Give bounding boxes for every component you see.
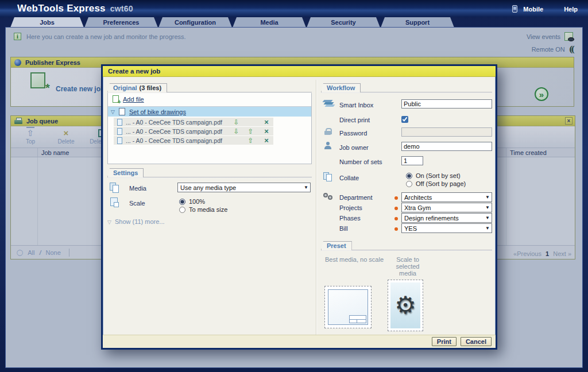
file-name: ... - A0 - CeeCee TDS campaign.pdf xyxy=(126,119,227,126)
remove-file-icon[interactable]: × xyxy=(264,118,269,126)
lock-icon xyxy=(324,128,331,135)
top-button[interactable]: ⇧ Top xyxy=(17,128,44,148)
scale-100-radio[interactable]: 100% xyxy=(179,198,205,205)
remote-on-icon: (( xyxy=(569,45,573,54)
required-dot-icon xyxy=(394,207,398,210)
move-down-icon[interactable]: ⇩ xyxy=(233,127,239,135)
bill-label: Bill xyxy=(339,225,348,232)
preset-scale-to-media-thumbnail[interactable]: ⚙ xyxy=(388,280,423,331)
previous-page-link[interactable]: «Previous xyxy=(513,250,541,257)
phases-label: Phases xyxy=(339,215,361,222)
delete-icon: × xyxy=(52,128,80,138)
column-time-created[interactable]: Time created xyxy=(506,148,547,157)
tab-security[interactable]: Security xyxy=(307,17,380,28)
media-icon xyxy=(110,183,119,193)
create-new-job-link[interactable]: Create new job xyxy=(56,85,105,93)
section-tab-preset: Preset xyxy=(321,241,352,250)
file-icon xyxy=(117,137,122,144)
current-page: 1 xyxy=(546,250,549,257)
close-icon[interactable]: × xyxy=(565,117,572,125)
required-dot-icon xyxy=(394,227,398,231)
scale-100-label: 100% xyxy=(189,198,205,205)
phases-select[interactable]: Design refinements ▼ xyxy=(401,213,492,223)
tab-support[interactable]: Support xyxy=(381,17,454,28)
publisher-express-title: Publisher Express xyxy=(25,59,80,66)
collate-on-radio[interactable]: On (Sort by set) xyxy=(406,172,461,179)
file-icon xyxy=(117,119,122,126)
select-none-link[interactable]: None xyxy=(46,249,61,256)
print-button[interactable]: Print xyxy=(432,337,457,346)
move-up-icon[interactable]: ⇧ xyxy=(247,127,253,135)
section-tab-original: Original(3 files) xyxy=(107,83,167,92)
column-divider xyxy=(316,80,316,335)
remove-file-icon[interactable]: × xyxy=(264,127,269,135)
create-new-job-icon: * xyxy=(30,72,45,88)
collate-icon xyxy=(323,172,333,182)
direct-print-checkbox[interactable] xyxy=(401,116,408,123)
department-select[interactable]: Architects ▼ xyxy=(401,192,492,202)
job-owner-input[interactable] xyxy=(401,142,492,151)
scale-media-radio[interactable]: To media size xyxy=(179,206,227,213)
remote-toggle[interactable]: Remote ON (( xyxy=(532,45,573,54)
move-down-icon[interactable]: ⇩ xyxy=(233,118,239,126)
add-file-button[interactable]: Add file xyxy=(113,95,144,103)
set-name-link[interactable]: Set of bike drawings xyxy=(129,108,186,115)
projects-select[interactable]: Xtra Gym ▼ xyxy=(401,203,492,212)
chevron-down-icon: ▼ xyxy=(302,185,310,190)
workflow-tab-label: Workflow xyxy=(327,84,355,91)
media-label: Media xyxy=(129,185,146,192)
job-owner-label: Job owner xyxy=(339,144,369,151)
tab-media[interactable]: Media xyxy=(233,17,306,28)
file-name: ... - A0 - CeeCee TDS campaign.pdf xyxy=(126,128,227,135)
password-input xyxy=(401,127,492,137)
file-set-row: ▽ Set of bike drawings xyxy=(108,107,311,117)
view-events-link[interactable]: View events xyxy=(527,32,573,41)
remove-file-icon[interactable]: × xyxy=(264,136,269,145)
chevron-down-icon: ▼ xyxy=(483,205,492,210)
tab-jobs[interactable]: Jobs xyxy=(10,17,84,28)
show-more-link[interactable]: ▽Show (11) more... xyxy=(107,218,165,225)
next-page-link[interactable]: Next » xyxy=(553,250,571,257)
preset-best-media-thumbnail[interactable] xyxy=(324,286,372,328)
original-file-list: Add file ▽ Set of bike drawings ... - A0… xyxy=(107,93,312,164)
number-of-sets-input[interactable] xyxy=(401,156,423,165)
preset-option2-label: Scale to selected media xyxy=(388,256,428,277)
chevron-right-icon[interactable]: » xyxy=(535,87,548,101)
job-queue-title: Job queue xyxy=(26,118,58,125)
pagination: «Previous 1 Next » xyxy=(513,250,571,257)
collate-off-radio[interactable]: Off (Sort by page) xyxy=(406,180,466,187)
smart-inbox-label: Smart Inbox xyxy=(339,102,373,108)
help-link[interactable]: Help xyxy=(564,6,578,13)
media-select[interactable]: Use any media type ▼ xyxy=(177,183,311,192)
file-icon xyxy=(117,128,122,135)
accounting-icon xyxy=(323,193,334,201)
chevron-down-icon: ▼ xyxy=(483,226,492,231)
phases-selected-value: Design refinements xyxy=(404,215,459,222)
move-up-icon[interactable]: ⇧ xyxy=(247,137,253,145)
gear-image: ⚙ xyxy=(390,282,420,328)
bill-select[interactable]: YES ▼ xyxy=(401,223,492,233)
info-message: Here you can create a new job and monito… xyxy=(26,33,186,40)
direct-print-label: Direct print xyxy=(339,117,370,123)
app-title: WebTools Expresscwt60 xyxy=(17,3,133,14)
original-tab-label: Original xyxy=(113,84,137,91)
set-icon xyxy=(119,108,125,115)
tab-preferences[interactable]: Preferences xyxy=(84,17,158,28)
preset-option1-label: Best media, no scale xyxy=(320,256,389,263)
host-name: cwt60 xyxy=(110,4,133,13)
department-label: Department xyxy=(339,194,372,201)
column-job-name[interactable]: Job name xyxy=(37,148,69,157)
select-none-icon: / xyxy=(39,249,41,256)
tree-collapse-icon[interactable]: ▽ xyxy=(111,109,115,115)
smart-inbox-input[interactable] xyxy=(401,99,492,108)
tab-configuration[interactable]: Configuration xyxy=(158,17,232,28)
projects-selected-value: Xtra Gym xyxy=(404,204,431,211)
select-all-link[interactable]: All xyxy=(28,249,34,256)
cancel-button[interactable]: Cancel xyxy=(461,337,492,346)
projects-label: Projects xyxy=(339,204,362,211)
collate-off-label: Off (Sort by page) xyxy=(416,180,466,187)
file-name: ... - A0 - CeeCee TDS campaign.pdf xyxy=(126,137,227,144)
delete-button[interactable]: × Delete xyxy=(52,128,80,148)
mobile-link[interactable]: Mobile xyxy=(523,6,543,13)
number-of-sets-label: Number of sets xyxy=(339,158,382,165)
